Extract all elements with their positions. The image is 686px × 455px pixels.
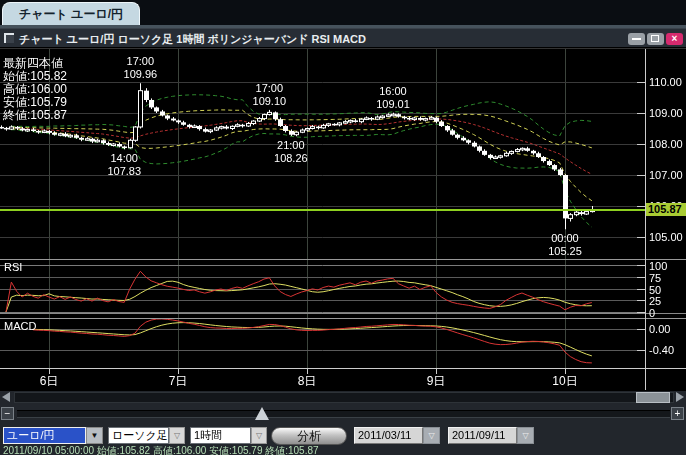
day-axis-label: 10日 bbox=[547, 373, 583, 390]
price-chart-canvas[interactable] bbox=[0, 47, 686, 391]
analyze-button[interactable]: 分析 bbox=[271, 427, 347, 445]
macd-axis-label: -0.40 bbox=[649, 344, 674, 356]
maximize-icon bbox=[651, 35, 659, 42]
candle-annotation: 14:00 107.83 bbox=[99, 152, 149, 178]
zoom-slider-thumb[interactable] bbox=[255, 407, 269, 420]
day-axis-label: 7日 bbox=[160, 373, 196, 390]
rsi-axis-label: 0 bbox=[649, 307, 655, 319]
chart-region: 110.00109.00108.00107.00106.00105.001007… bbox=[0, 47, 686, 391]
date-from-select[interactable]: 2011/03/11 bbox=[354, 427, 423, 444]
close-button[interactable]: × bbox=[666, 33, 683, 45]
current-price-tag: 105.87 bbox=[646, 203, 686, 216]
zoom-slider-track[interactable] bbox=[17, 410, 670, 418]
price-axis-label: 109.00 bbox=[649, 107, 683, 119]
scrollbar-thumb[interactable] bbox=[636, 392, 670, 403]
zoom-in-button[interactable]: + bbox=[671, 407, 684, 420]
price-axis-label: 110.00 bbox=[649, 76, 682, 88]
horizontal-scrollbar bbox=[0, 391, 686, 404]
minimize-button[interactable] bbox=[628, 33, 645, 45]
scroll-right-icon[interactable] bbox=[676, 392, 684, 402]
interval-select-arrow-icon[interactable]: ▽ bbox=[251, 427, 267, 444]
price-axis-label: 108.00 bbox=[649, 138, 683, 150]
zoom-out-button[interactable]: − bbox=[1, 407, 14, 420]
rsi-axis-label: 75 bbox=[649, 272, 661, 284]
quote-panel-row: 終値:105.87 bbox=[3, 107, 67, 124]
rsi-panel-title: RSI bbox=[4, 261, 22, 273]
date-to-select[interactable]: 2011/09/11 bbox=[448, 427, 517, 444]
pair-select[interactable]: ユーロ/円 bbox=[3, 427, 86, 444]
maximize-button[interactable] bbox=[647, 33, 664, 45]
window-icon bbox=[4, 33, 14, 43]
macd-panel-title: MACD bbox=[4, 320, 36, 332]
macd-axis-label: 0.00 bbox=[649, 323, 670, 335]
price-axis-label: 105.00 bbox=[649, 231, 683, 243]
controls-bar: ユーロ/円 ▼ ローソク足 ▽ 1時間 ▽ 分析 2011/03/11 ▽ 20… bbox=[0, 423, 686, 446]
minimize-icon bbox=[632, 38, 641, 40]
date-from-arrow-icon[interactable]: ▽ bbox=[423, 427, 440, 444]
candle-annotation: 17:00 109.10 bbox=[244, 82, 294, 108]
candle-annotation: 16:00 109.01 bbox=[368, 85, 418, 111]
chart-window: チャート ユーロ/円 チャート ユーロ/円 ローソク足 1時間 ボリンジャーバン… bbox=[0, 0, 686, 455]
chart-style-select-arrow-icon[interactable]: ▽ bbox=[169, 427, 185, 444]
window-title: チャート ユーロ/円 ローソク足 1時間 ボリンジャーバンド RSI MACD bbox=[19, 32, 366, 47]
chart-style-select[interactable]: ローソク足 bbox=[108, 427, 169, 444]
candle-annotation: 21:00 108.26 bbox=[266, 139, 316, 165]
tab-chart-eurjpy[interactable]: チャート ユーロ/円 bbox=[2, 2, 140, 26]
day-axis-label: 9日 bbox=[418, 373, 454, 390]
rsi-axis-label: 50 bbox=[649, 284, 661, 296]
candle-annotation: 17:00 109.96 bbox=[115, 55, 165, 81]
tab-bar: チャート ユーロ/円 bbox=[0, 0, 686, 28]
price-axis-label: 107.00 bbox=[649, 169, 683, 181]
scrollbar-track[interactable] bbox=[14, 392, 674, 403]
rsi-axis-label: 25 bbox=[649, 295, 661, 307]
candle-annotation: 00:00 105.25 bbox=[540, 232, 590, 258]
date-to-arrow-icon[interactable]: ▽ bbox=[517, 427, 534, 444]
title-bar: チャート ユーロ/円 ローソク足 1時間 ボリンジャーバンド RSI MACD … bbox=[0, 28, 686, 47]
zoom-slider-row: − + bbox=[0, 404, 686, 423]
pair-select-arrow-icon[interactable]: ▼ bbox=[86, 427, 103, 444]
day-axis-label: 6日 bbox=[31, 373, 67, 390]
status-bar: 2011/09/10 05:00:00 始値:105.82 高値:106.00 … bbox=[0, 446, 686, 455]
day-axis-label: 8日 bbox=[289, 373, 325, 390]
scroll-left-icon[interactable] bbox=[2, 392, 10, 402]
rsi-axis-label: 100 bbox=[649, 260, 667, 272]
interval-select[interactable]: 1時間 bbox=[190, 427, 251, 444]
